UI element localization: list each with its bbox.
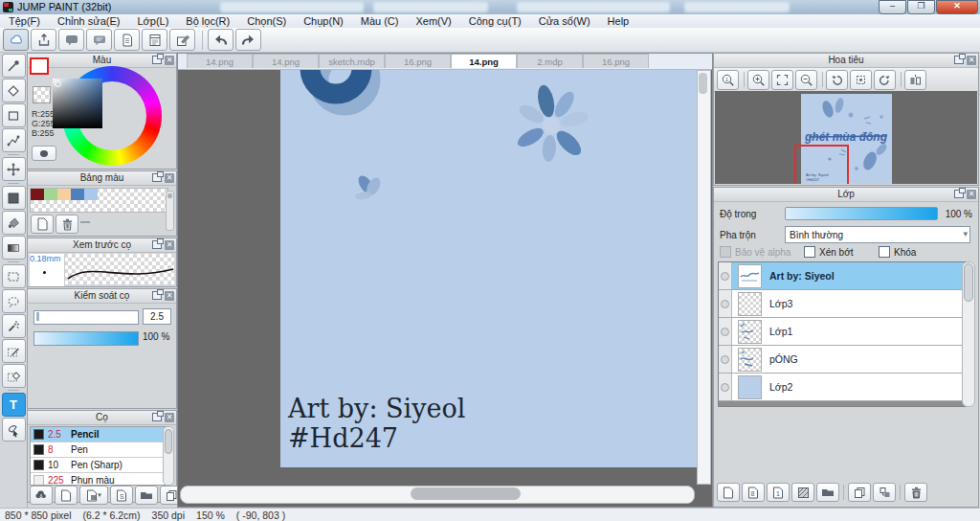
popout-icon[interactable] — [954, 190, 964, 198]
rotate-reset-button[interactable] — [850, 70, 872, 90]
close-icon[interactable]: ✕ — [165, 173, 174, 183]
redo-button[interactable] — [235, 29, 261, 51]
brush-cloud-button[interactable] — [30, 486, 53, 505]
brush-size-value[interactable]: 2.5 — [143, 308, 171, 325]
color-mode-button[interactable] — [32, 146, 56, 161]
layer-grip[interactable] — [719, 374, 732, 400]
menu-snap[interactable]: Chụp(N) — [295, 15, 352, 28]
new-layer-button[interactable] — [717, 483, 740, 502]
layer-list-scrollbar[interactable] — [962, 261, 975, 407]
merge-layer-button[interactable] — [873, 483, 896, 502]
palette-new-button[interactable] — [31, 215, 54, 234]
canvas-horizontal-scrollbar[interactable] — [180, 486, 695, 504]
maximize-button[interactable]: ❐ — [907, 0, 935, 14]
zoom-out-button[interactable] — [795, 70, 817, 90]
menu-edit[interactable]: Chỉnh sửa(E) — [49, 15, 128, 28]
halftone-layer-button[interactable] — [791, 483, 814, 502]
document-tab[interactable]: 14.png — [187, 54, 253, 68]
visibility-icon[interactable] — [721, 328, 729, 336]
shape-select-tool[interactable] — [2, 418, 26, 442]
menu-filter[interactable]: Bộ lọc(R) — [177, 15, 238, 28]
transparent-color-swatch[interactable] — [33, 86, 51, 103]
palette-swatch[interactable] — [44, 189, 57, 200]
rotate-cw-button[interactable] — [874, 70, 896, 90]
menu-color[interactable]: Màu (C) — [352, 15, 408, 28]
magic-wand-tool[interactable] — [2, 314, 26, 338]
layer-grip[interactable] — [719, 290, 732, 317]
palette-grid[interactable] — [30, 188, 168, 213]
menu-window[interactable]: Cửa sổ(W) — [530, 15, 599, 28]
saturation-square[interactable] — [53, 79, 102, 128]
document-tab[interactable]: 16.png — [583, 54, 649, 68]
eraser-tool[interactable] — [2, 79, 26, 102]
brush-list-scrollbar[interactable] — [163, 426, 174, 486]
popout-icon[interactable] — [152, 173, 162, 182]
move-tool[interactable] — [2, 157, 26, 181]
brush-size-slider-thumb[interactable] — [36, 312, 39, 321]
bucket-tool[interactable] — [2, 211, 26, 235]
navigator-viewport-rect[interactable] — [794, 145, 849, 184]
menu-file[interactable]: Tệp(F) — [0, 15, 49, 28]
visibility-icon[interactable] — [721, 355, 729, 364]
alpha-protect-checkbox[interactable] — [720, 246, 731, 258]
new-8bit-layer-button[interactable]: 8 — [742, 483, 765, 502]
lock-checkbox[interactable] — [879, 246, 890, 258]
document-tab[interactable]: 14.png — [253, 54, 319, 68]
new-1bit-layer-button[interactable]: 1 — [767, 483, 790, 502]
document-tab[interactable]: sketch.mdp — [319, 54, 385, 68]
canvas-vscroll-thumb[interactable] — [699, 73, 707, 94]
delete-layer-button[interactable] — [904, 483, 927, 502]
canvas-vertical-scrollbar[interactable] — [697, 70, 711, 485]
palette-swatch[interactable] — [31, 189, 44, 200]
close-icon[interactable]: ✕ — [165, 413, 174, 422]
message-button[interactable] — [86, 29, 112, 51]
close-icon[interactable]: ✕ — [165, 291, 174, 301]
close-icon[interactable]: ✕ — [165, 56, 174, 65]
duplicate-layer-button[interactable] — [848, 483, 871, 502]
zoom-actual-button[interactable]: 1 — [717, 70, 739, 90]
rotate-ccw-button[interactable] — [826, 70, 848, 90]
layer-grip[interactable] — [719, 262, 732, 289]
clipping-checkbox[interactable] — [804, 246, 815, 258]
select-eraser-tool[interactable] — [2, 364, 26, 388]
minimize-button[interactable]: – — [879, 0, 906, 14]
foreground-color-swatch[interactable] — [30, 57, 49, 75]
document-tab-active[interactable]: 14.png — [451, 54, 517, 68]
canvas-hscroll-thumb[interactable] — [411, 487, 521, 500]
palette-delete-button[interactable] — [56, 215, 78, 234]
layer-row-selected[interactable]: Art by: Siyeol — [719, 262, 966, 290]
publish-button[interactable] — [31, 29, 56, 51]
document-tab[interactable]: 16.png — [385, 54, 451, 68]
layer-row[interactable]: Lớp1 — [719, 318, 966, 346]
visibility-icon[interactable] — [721, 383, 729, 392]
canvas[interactable]: Art by: Siyeol #Hd247 — [280, 70, 698, 467]
close-button[interactable]: ✕ — [936, 0, 978, 14]
popout-icon[interactable] — [152, 291, 162, 300]
sv-marker[interactable] — [55, 80, 61, 87]
layer-folder-button[interactable] — [816, 483, 839, 502]
layer-opacity-slider[interactable] — [785, 207, 938, 220]
visibility-icon[interactable] — [721, 272, 729, 281]
layer-row[interactable]: pÓNG — [719, 346, 966, 374]
compose-button[interactable] — [169, 29, 195, 51]
brush-row[interactable]: 10Pen (Sharp) — [31, 458, 166, 473]
brush-row[interactable]: 8Pen — [31, 442, 166, 458]
gradient-tool[interactable] — [2, 236, 26, 260]
close-icon[interactable]: ✕ — [165, 240, 174, 250]
layer-scroll-thumb[interactable] — [964, 263, 973, 302]
popout-icon[interactable] — [152, 240, 162, 249]
document-list-button[interactable] — [142, 29, 167, 51]
palette-scrollbar[interactable] — [166, 191, 174, 231]
menu-select[interactable]: Chọn(S) — [238, 15, 295, 28]
polyline-tool[interactable] — [2, 128, 26, 152]
shape-tool[interactable] — [2, 103, 26, 127]
text-tool[interactable]: T — [2, 393, 26, 417]
brush-scroll-thumb[interactable] — [165, 429, 172, 454]
layer-row[interactable]: Lớp2 — [719, 374, 966, 401]
brush-row[interactable]: 225Phun màu — [31, 473, 166, 486]
brush-folder-button[interactable] — [135, 486, 158, 505]
brush-new-button[interactable] — [55, 486, 78, 505]
popout-icon[interactable] — [152, 56, 162, 64]
popout-icon[interactable] — [152, 413, 162, 421]
brush-new-from-button[interactable]: ▾ — [79, 486, 108, 505]
